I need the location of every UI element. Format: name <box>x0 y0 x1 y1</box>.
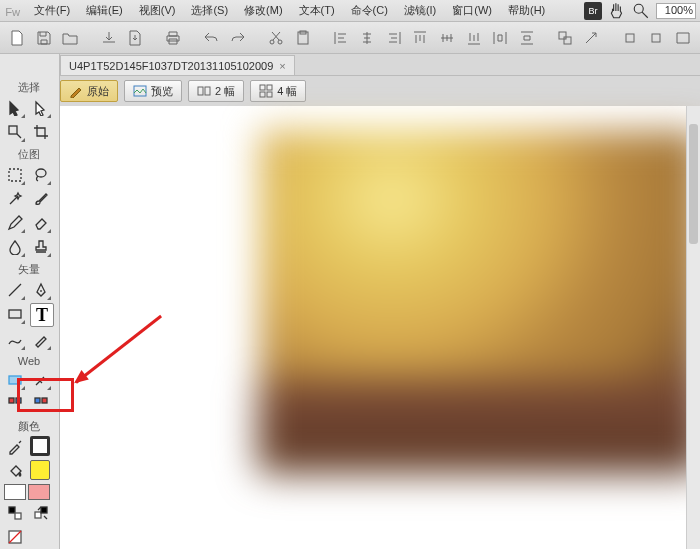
redo-icon[interactable] <box>227 26 250 50</box>
no-color-icon[interactable] <box>4 526 26 548</box>
svg-rect-8 <box>626 34 634 42</box>
view-preview-button[interactable]: 预览 <box>124 80 182 102</box>
eyedropper-stroke-icon[interactable] <box>4 436 26 458</box>
crop-tool-icon[interactable] <box>30 121 52 143</box>
svg-rect-13 <box>260 85 265 90</box>
view-2up-button[interactable]: 2 幅 <box>188 80 244 102</box>
menu-select[interactable]: 选择(S) <box>185 1 234 20</box>
stamp-tool-icon[interactable] <box>30 236 52 258</box>
group-icon[interactable] <box>554 26 577 50</box>
knife-tool-icon[interactable] <box>30 329 52 351</box>
brush-tool-icon[interactable] <box>30 188 52 210</box>
menu-help[interactable]: 帮助(H) <box>502 1 551 20</box>
pencil-icon <box>69 84 83 98</box>
document-tab[interactable]: U4P1T52D145F1037DT20131105102009 × <box>60 55 295 75</box>
tab-title: U4P1T52D145F1037DT20131105102009 <box>69 60 273 72</box>
view-original-label: 原始 <box>87 84 109 99</box>
menu-file[interactable]: 文件(F) <box>28 1 76 20</box>
document-tab-bar: U4P1T52D145F1037DT20131105102009 × <box>0 54 700 76</box>
distribute-h-icon[interactable] <box>489 26 512 50</box>
hide-slice-icon[interactable] <box>4 393 26 415</box>
menu-filter[interactable]: 滤镜(I) <box>398 1 442 20</box>
clipboard-icon[interactable] <box>291 26 314 50</box>
tools-panel: 选择 位图 矢量 T Web <box>0 54 60 549</box>
rectangle-tool-icon[interactable] <box>4 303 26 325</box>
svg-rect-17 <box>9 126 17 134</box>
menu-text[interactable]: 文本(T) <box>293 1 341 20</box>
section-vector: 矢量 <box>4 258 54 279</box>
menu-modify[interactable]: 修改(M) <box>238 1 289 20</box>
subselect-tool-icon[interactable] <box>30 97 52 119</box>
vertical-scrollbar[interactable] <box>686 106 700 549</box>
menu-edit[interactable]: 编辑(E) <box>80 1 129 20</box>
align-vcenter-icon[interactable] <box>436 26 459 50</box>
svg-text:Fw: Fw <box>5 6 21 18</box>
eraser-tool-icon[interactable] <box>30 212 52 234</box>
lasso-tool-icon[interactable] <box>30 164 52 186</box>
freeform-tool-icon[interactable] <box>4 329 26 351</box>
bridge-icon[interactable]: Br <box>584 2 602 20</box>
swap-colors-icon[interactable] <box>30 502 52 524</box>
menu-command[interactable]: 命令(C) <box>345 1 394 20</box>
tab-close-icon[interactable]: × <box>279 60 285 72</box>
distribute-v-icon[interactable] <box>515 26 538 50</box>
default-colors-icon[interactable] <box>4 502 26 524</box>
print-icon[interactable] <box>162 26 185 50</box>
blur-tool-icon[interactable] <box>4 236 26 258</box>
marquee-tool-icon[interactable] <box>4 164 26 186</box>
view-original-button[interactable]: 原始 <box>60 80 118 102</box>
align-top-icon[interactable] <box>409 26 432 50</box>
svg-point-2 <box>270 40 274 44</box>
svg-rect-20 <box>9 310 21 318</box>
section-select: 选择 <box>4 76 54 97</box>
view-options-bar: 原始 预览 2 幅 4 幅 <box>60 76 306 106</box>
svg-rect-28 <box>35 512 41 518</box>
flip-h-icon[interactable] <box>671 26 694 50</box>
export-icon[interactable] <box>124 26 147 50</box>
svg-rect-9 <box>652 34 660 42</box>
paint-bucket-icon[interactable] <box>4 460 26 482</box>
pen-tool-icon[interactable] <box>30 279 52 301</box>
align-right-icon[interactable] <box>383 26 406 50</box>
section-colors: 颜色 <box>4 415 54 436</box>
pointer-tool-icon[interactable] <box>4 97 26 119</box>
split-2-icon <box>197 84 211 98</box>
search-icon[interactable] <box>632 2 650 20</box>
align-left-icon[interactable] <box>329 26 352 50</box>
zoom-input[interactable]: 100% <box>656 3 696 19</box>
magic-wand-tool-icon[interactable] <box>4 188 26 210</box>
menu-view[interactable]: 视图(V) <box>133 1 182 20</box>
fill-swatch[interactable] <box>30 460 50 480</box>
line-tool-icon[interactable] <box>4 279 26 301</box>
pencil-tool-icon[interactable] <box>4 212 26 234</box>
view-2up-label: 2 幅 <box>215 84 235 99</box>
slice-tool-icon[interactable] <box>30 369 52 391</box>
save-icon[interactable] <box>33 26 56 50</box>
cut-icon[interactable] <box>265 26 288 50</box>
stroke-swatch[interactable] <box>30 436 50 456</box>
undo-icon[interactable] <box>200 26 223 50</box>
canvas-area[interactable] <box>60 106 700 549</box>
rotate-right-icon[interactable] <box>645 26 668 50</box>
new-file-icon[interactable] <box>6 26 29 50</box>
show-slice-icon[interactable] <box>30 393 52 415</box>
arrange-icon[interactable] <box>580 26 603 50</box>
svg-rect-11 <box>198 87 203 95</box>
hotspot-tool-icon[interactable] <box>4 369 26 391</box>
scale-tool-icon[interactable] <box>4 121 26 143</box>
bg-swatch[interactable] <box>4 484 26 500</box>
section-bitmap: 位图 <box>4 143 54 164</box>
import-icon[interactable] <box>97 26 120 50</box>
menu-window[interactable]: 窗口(W) <box>446 1 498 20</box>
app-logo-icon: Fw <box>4 3 24 19</box>
document-image <box>260 131 700 471</box>
rotate-left-icon[interactable] <box>618 26 641 50</box>
align-hcenter-icon[interactable] <box>356 26 379 50</box>
text-tool-icon[interactable]: T <box>30 303 54 327</box>
view-4up-button[interactable]: 4 幅 <box>250 80 306 102</box>
svg-rect-24 <box>35 398 40 403</box>
hand-icon[interactable] <box>608 2 626 20</box>
open-icon[interactable] <box>59 26 82 50</box>
accent-swatch[interactable] <box>28 484 50 500</box>
align-bottom-icon[interactable] <box>462 26 485 50</box>
